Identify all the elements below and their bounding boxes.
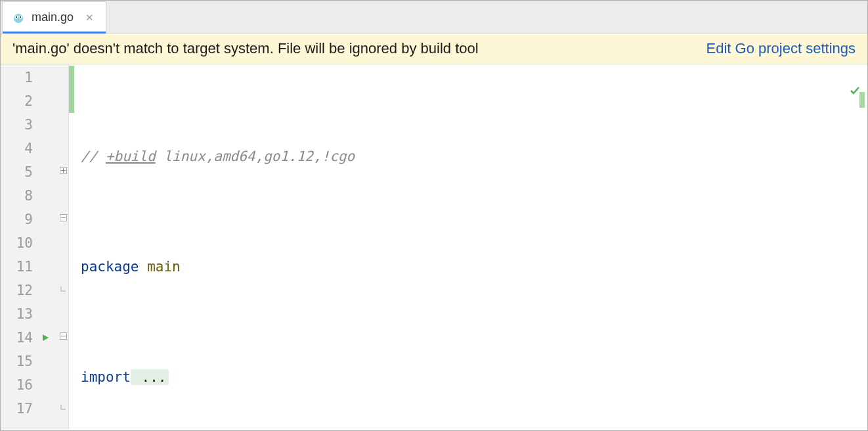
close-icon[interactable]: ✕ bbox=[83, 11, 97, 25]
svg-point-3 bbox=[16, 16, 17, 18]
svg-point-4 bbox=[20, 16, 21, 18]
gutter: 1 2 3 4 5 8 9 10 11 12 13 14 15 16 17 bbox=[1, 64, 69, 430]
editor-tab-main-go[interactable]: main.go ✕ bbox=[2, 1, 106, 33]
run-gutter-icon[interactable] bbox=[41, 330, 50, 346]
tab-bar: main.go ✕ bbox=[1, 1, 867, 34]
code-line[interactable]: // +build linux,amd64,go1.12,!cgo bbox=[81, 145, 867, 168]
fold-end-icon[interactable] bbox=[59, 403, 67, 411]
code-line[interactable]: package main bbox=[81, 255, 867, 279]
scroll-change-marker bbox=[859, 92, 865, 108]
code-editor[interactable]: // +build linux,amd64,go1.12,!cgo packag… bbox=[69, 64, 867, 430]
folded-region[interactable]: ... bbox=[131, 369, 169, 385]
edit-go-settings-link[interactable]: Edit Go project settings bbox=[706, 40, 856, 57]
notification-message: 'main.go' doesn't match to target system… bbox=[12, 40, 479, 57]
analysis-ok-icon[interactable] bbox=[799, 68, 861, 116]
tab-label: main.go bbox=[32, 11, 74, 24]
fold-end-icon[interactable] bbox=[59, 284, 67, 292]
notification-bar: 'main.go' doesn't match to target system… bbox=[1, 34, 867, 64]
fold-collapse-icon[interactable] bbox=[59, 332, 67, 340]
fold-collapse-icon[interactable] bbox=[59, 214, 67, 221]
fold-expand-icon[interactable] bbox=[59, 166, 67, 174]
go-gopher-icon bbox=[12, 11, 25, 24]
code-line[interactable]: import ... bbox=[81, 365, 867, 389]
fold-column bbox=[58, 64, 68, 430]
code-line[interactable] bbox=[81, 310, 867, 334]
editor-area: 1 2 3 4 5 8 9 10 11 12 13 14 15 16 17 bbox=[1, 64, 867, 430]
svg-point-0 bbox=[14, 14, 23, 23]
code-line[interactable] bbox=[81, 200, 867, 223]
svg-point-5 bbox=[18, 19, 20, 20]
code-line[interactable] bbox=[81, 420, 867, 431]
